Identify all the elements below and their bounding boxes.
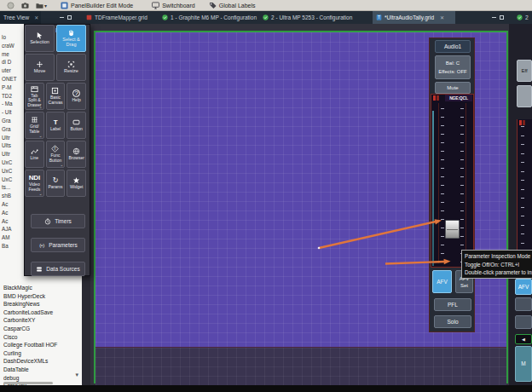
line-icon <box>31 147 38 155</box>
tool-label[interactable]: TLabel <box>46 112 66 139</box>
tree-item-curling[interactable]: Curling <box>3 350 21 356</box>
mute-button[interactable]: Mute <box>435 82 471 94</box>
tab-split-icon <box>31 85 38 93</box>
tool-button[interactable]: Button <box>66 112 86 139</box>
overflow-tab[interactable]: 2 <box>517 11 529 24</box>
camera-icon[interactable] <box>21 2 29 9</box>
tree-item-breakingnews[interactable]: BreakingNews <box>3 301 40 307</box>
tree-item-bmd-hyperdeck[interactable]: BMD HyperDeck <box>3 293 45 299</box>
scale-tick <box>460 142 464 143</box>
window-controls <box>492 15 504 20</box>
tree-item-clipped[interactable]: UxC <box>2 176 12 182</box>
tree-item-clipped[interactable]: lo <box>2 34 6 40</box>
tree-item-clipped[interactable]: Ba <box>2 243 9 249</box>
tool-help[interactable]: ?Help <box>66 83 86 110</box>
tree-item-clipped[interactable]: AM <box>2 234 9 240</box>
afv-button[interactable]: AFV <box>515 279 532 295</box>
menu-item-global-labels[interactable]: Global Labels <box>209 2 256 9</box>
scroll-down-icon[interactable]: ▾ <box>75 372 78 378</box>
back-arrow-button[interactable]: ◀ <box>515 334 532 344</box>
fader-handle[interactable] <box>445 220 460 239</box>
tree-item-clipped[interactable]: - Ult <box>2 109 12 115</box>
tree-item-clipped[interactable]: me <box>2 51 9 57</box>
tool-select-drag[interactable]: Select & Drag <box>56 25 86 52</box>
tool-tab-split-drawer[interactable]: Tab Split & Drawer⌄ <box>25 83 44 110</box>
tool-func-button[interactable]: fFunc Button⌄ <box>46 141 66 168</box>
tree-item-clipped[interactable]: - Ma <box>2 101 13 107</box>
menu-item-switchboard[interactable]: Switchboard <box>152 2 195 9</box>
tab-2-ultra-mp-5253-configuration[interactable]: 2 - Ultra MP 5253 - Configuration <box>259 11 356 24</box>
restore-icon[interactable] <box>67 15 72 20</box>
section-timers[interactable]: Timers <box>31 214 85 228</box>
tree-item-datatable[interactable]: DataTable <box>3 366 29 372</box>
channel-title-button[interactable]: Audio1 <box>435 40 471 53</box>
tree-item-clipped[interactable]: AJA <box>2 226 12 232</box>
effects-button[interactable]: Eff <box>517 60 532 82</box>
tree-item-clipped[interactable]: Ultr <box>2 135 10 141</box>
mute-button[interactable]: M <box>515 346 532 382</box>
tree-item-carbonitexy[interactable]: CarboniteXY <box>3 317 35 323</box>
tree-view-tab[interactable]: Tree View ✕ <box>0 11 41 24</box>
app-icon[interactable] <box>7 2 14 9</box>
tree-item-carboniteloadsave[interactable]: CarboniteLoadSave <box>3 309 53 315</box>
channel-button[interactable] <box>515 297 532 311</box>
tree-item-clipped[interactable]: TD2 <box>2 93 12 99</box>
edit-canvas-lower[interactable] <box>95 347 506 385</box>
minimize-icon[interactable] <box>60 17 64 19</box>
tree-item-clipped[interactable]: ts... <box>2 184 10 190</box>
minimize-icon[interactable] <box>492 17 496 19</box>
balance-effects-button[interactable]: Bal: C Effects: OFF <box>435 55 471 79</box>
scale-tick <box>521 126 524 127</box>
scale-tick <box>441 202 444 203</box>
tool-basic-canvas[interactable]: Basic Canvas <box>46 83 66 110</box>
tree-item-clipped[interactable]: UxC <box>2 168 12 174</box>
tree-item-clipped[interactable]: Ac <box>2 210 8 216</box>
menu-item-panelbuilder-edit-mode[interactable]: PanelBuilder Edit Mode <box>61 2 133 9</box>
tool-move[interactable]: Move <box>25 54 55 81</box>
tree-item-clipped[interactable]: Ults <box>2 142 11 148</box>
close-icon[interactable]: ✕ <box>34 14 38 20</box>
section-parameters[interactable]: (•)Parameters <box>31 238 85 252</box>
channel-button[interactable] <box>515 315 532 329</box>
tool-grid-table[interactable]: Grid/ Table⌄ <box>25 112 44 139</box>
window-controls <box>60 15 72 20</box>
tree-item-clipped[interactable]: craW <box>2 43 14 49</box>
tool-selection[interactable]: Selection <box>25 25 55 52</box>
pfl-button[interactable]: PFL <box>434 298 471 311</box>
scale-tick <box>460 117 464 118</box>
tree-item-clipped[interactable]: UxC <box>2 159 12 165</box>
tree-item-clipped[interactable]: Gra <box>2 118 11 124</box>
tab-tdframemapper-grid[interactable]: TDFrameMapper.grid <box>83 11 151 24</box>
tree-item-clipped[interactable]: uter <box>2 67 11 73</box>
tree-item-dashdevicexmls[interactable]: DashDeviceXMLs <box>3 358 48 364</box>
section-data-sources[interactable]: Data Sources <box>31 262 85 276</box>
tool-resize[interactable]: Resize <box>56 54 86 81</box>
tree-item-casparcg[interactable]: CasparCG <box>3 326 30 331</box>
tool-video-feeds[interactable]: NDIVideo Feeds⌄ <box>25 170 44 197</box>
tree-item-clipped[interactable]: Gra <box>2 126 11 132</box>
tool-browser[interactable]: Browser <box>66 141 86 168</box>
tree-item-blackmagic[interactable]: BlackMagic <box>3 285 32 291</box>
horizontal-scrollbar[interactable] <box>3 382 53 384</box>
solo-button[interactable]: Solo <box>434 315 471 328</box>
tree-item-clipped[interactable]: Ac <box>2 201 8 207</box>
tab-ultraaudiotally-grid[interactable]: T*UltraAudioTally.grid✕ <box>373 11 455 24</box>
tree-item-cisco[interactable]: Cisco <box>3 334 18 340</box>
tree-item-clipped[interactable]: Ac <box>2 218 8 224</box>
afv-button[interactable]: AFV <box>432 270 452 293</box>
tree-item-clipped[interactable]: shB <box>2 193 11 199</box>
tree-item-debug[interactable]: debug <box>3 375 19 381</box>
tab-1-graphite-m6-mp-configuration[interactable]: 1 - Graphite M6 MP - Configuration <box>159 11 260 24</box>
tree-item-clipped[interactable]: Ultr <box>2 151 10 157</box>
close-icon[interactable]: ✕ <box>440 14 444 20</box>
tool-line[interactable]: Line <box>25 141 44 168</box>
restore-icon[interactable] <box>500 15 504 20</box>
tree-item-college-football-hof[interactable]: College Football HOF <box>3 342 57 348</box>
folder-icon[interactable] <box>36 2 43 9</box>
tree-item-clipped[interactable]: ONET <box>2 76 17 82</box>
tool-params[interactable]: ↻Params <box>46 170 66 197</box>
tree-item-clipped[interactable]: P-M <box>2 84 12 90</box>
tool-widget[interactable]: Widget <box>66 170 86 197</box>
tree-item-clipped[interactable]: di D <box>2 59 11 65</box>
channel-button[interactable] <box>517 85 532 107</box>
